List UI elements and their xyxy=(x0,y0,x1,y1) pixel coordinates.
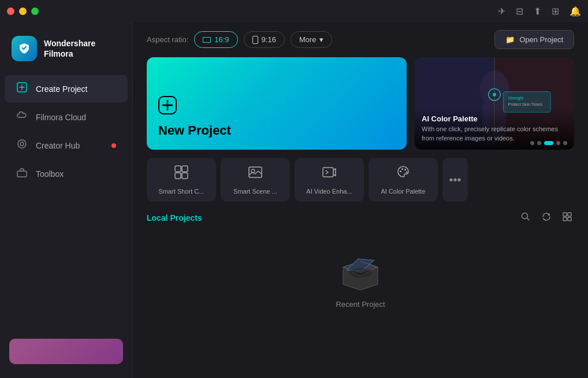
ai-card-description: With one click, precisely replicate colo… xyxy=(422,125,567,143)
svg-text:Strength: Strength xyxy=(508,96,524,101)
svg-rect-18 xyxy=(175,173,181,179)
sidebar-item-toolbox[interactable]: Toolbox xyxy=(5,160,128,187)
bell-icon[interactable]: 🔔 xyxy=(570,6,581,17)
local-projects-title: Local Projects xyxy=(147,213,202,223)
smart-scene-icon xyxy=(248,165,263,183)
creator-hub-icon xyxy=(16,139,28,152)
sidebar-item-filmora-cloud[interactable]: Filmora Cloud xyxy=(5,103,128,131)
main-layout: Wondershare Filmora Create Project xyxy=(0,22,588,378)
sidebar-item-label: Creator Hub xyxy=(36,141,80,150)
feature-panels: New Project xyxy=(133,57,588,150)
ai-tool-color-palette[interactable]: AI Color Palette xyxy=(369,158,438,202)
logo: Wondershare Filmora xyxy=(0,31,132,75)
ai-tool-label: Smart Scene ... xyxy=(233,188,277,195)
more-dots-icon: ••• xyxy=(449,173,461,187)
svg-point-24 xyxy=(401,168,403,170)
ai-tool-label: Smart Short C... xyxy=(159,188,204,195)
section-header: Local Projects xyxy=(147,210,574,226)
empty-state: Recent Project xyxy=(147,235,574,320)
cloud-upload-icon[interactable]: ⬆ xyxy=(534,6,541,17)
ai-tools-more-button[interactable]: ••• xyxy=(442,158,468,202)
chevron-down-icon: ▾ xyxy=(319,35,323,44)
aspect-ratio-16-9-button[interactable]: 16:9 xyxy=(194,31,237,48)
new-project-plus-icon xyxy=(158,96,231,118)
ai-tool-label: AI Color Palette xyxy=(381,188,425,195)
empty-box-illustration xyxy=(334,247,386,293)
new-project-content: New Project xyxy=(158,96,231,138)
toolbox-icon xyxy=(16,167,28,180)
titlebar-actions: ✈ ⊟ ⬆ ⊞ 🔔 xyxy=(498,6,581,17)
ai-feature-card[interactable]: Strength Protect Skin Tones AI Color Pal… xyxy=(415,57,574,150)
svg-point-15 xyxy=(493,93,496,97)
send-icon[interactable]: ✈ xyxy=(498,6,505,17)
sidebar-item-label: Filmora Cloud xyxy=(36,113,86,122)
svg-text:Protect Skin Tones: Protect Skin Tones xyxy=(508,102,543,107)
folder-icon: 📁 xyxy=(505,35,515,44)
refresh-projects-button[interactable] xyxy=(539,210,553,226)
svg-point-23 xyxy=(400,171,401,172)
aspect-ratio-controls: Aspect ratio: 16:9 9:16 More ▾ xyxy=(147,31,332,48)
phone-icon xyxy=(252,36,258,44)
topbar: Aspect ratio: 16:9 9:16 More ▾ 📁 Open Pr… xyxy=(133,22,588,57)
svg-rect-29 xyxy=(568,213,571,216)
maximize-button[interactable] xyxy=(31,8,39,15)
ai-tool-label: AI Video Enha... xyxy=(306,188,352,195)
more-button[interactable]: More ▾ xyxy=(291,31,332,48)
carousel-dot-2[interactable] xyxy=(537,141,541,145)
sidebar-item-create-project[interactable]: Create Project xyxy=(5,75,128,102)
section-actions xyxy=(519,210,574,226)
carousel-dot-4[interactable] xyxy=(556,141,560,145)
ai-tool-video-enhance[interactable]: AI Video Enha... xyxy=(295,158,364,202)
notification-dot xyxy=(111,143,116,148)
svg-rect-16 xyxy=(175,166,181,172)
ai-card-title: AI Color Palette xyxy=(422,114,567,123)
logo-icon xyxy=(12,36,37,61)
svg-rect-17 xyxy=(182,166,188,172)
aspect-ratio-label: Aspect ratio: xyxy=(147,35,188,44)
grid-view-button[interactable] xyxy=(560,210,574,226)
svg-rect-30 xyxy=(563,217,567,221)
aspect-ratio-9-16-button[interactable]: 9:16 xyxy=(244,31,285,48)
ai-tools-row: Smart Short C... Smart Scene ... xyxy=(133,158,588,202)
svg-rect-19 xyxy=(182,173,188,179)
new-project-card[interactable]: New Project xyxy=(147,57,407,150)
monitor-icon xyxy=(203,37,211,43)
ai-tool-smart-short-cut[interactable]: Smart Short C... xyxy=(147,158,216,202)
carousel-dots xyxy=(530,141,567,145)
grid-icon[interactable]: ⊞ xyxy=(552,6,559,17)
svg-point-2 xyxy=(20,142,24,146)
local-projects-section: Local Projects xyxy=(133,210,588,378)
create-project-icon xyxy=(16,82,28,95)
cloud-icon xyxy=(16,110,28,124)
svg-point-1 xyxy=(18,140,26,148)
minimize-button[interactable] xyxy=(19,8,27,15)
sidebar: Wondershare Filmora Create Project xyxy=(0,22,133,378)
carousel-dot-1[interactable] xyxy=(530,141,534,145)
recent-project-label: Recent Project xyxy=(336,300,385,309)
smart-short-cut-icon xyxy=(174,165,189,183)
close-button[interactable] xyxy=(7,8,14,15)
carousel-dot-3[interactable] xyxy=(544,141,553,145)
sidebar-item-label: Create Project xyxy=(36,84,87,94)
svg-point-26 xyxy=(406,172,408,173)
carousel-dot-5[interactable] xyxy=(563,141,567,145)
sidebar-item-label: Toolbox xyxy=(36,169,64,179)
svg-point-32 xyxy=(349,268,372,277)
titlebar: ✈ ⊟ ⬆ ⊞ 🔔 xyxy=(0,0,588,22)
ai-tool-smart-scene[interactable]: Smart Scene ... xyxy=(221,158,290,202)
svg-rect-3 xyxy=(17,171,27,177)
window-controls[interactable] xyxy=(7,8,39,15)
svg-rect-31 xyxy=(568,217,571,221)
logo-text: Wondershare Filmora xyxy=(44,38,95,59)
search-projects-button[interactable] xyxy=(519,210,533,226)
sidebar-nav: Create Project Filmora Cloud Creator xyxy=(0,75,132,334)
sidebar-item-creator-hub[interactable]: Creator Hub xyxy=(5,132,128,159)
user-avatar[interactable] xyxy=(9,339,123,364)
color-palette-icon xyxy=(396,165,411,183)
message-icon[interactable]: ⊟ xyxy=(516,6,523,17)
new-project-label: New Project xyxy=(158,123,231,138)
svg-rect-28 xyxy=(563,213,567,216)
svg-point-25 xyxy=(404,169,406,171)
open-project-button[interactable]: 📁 Open Project xyxy=(494,30,574,49)
video-enhance-icon xyxy=(322,165,337,183)
